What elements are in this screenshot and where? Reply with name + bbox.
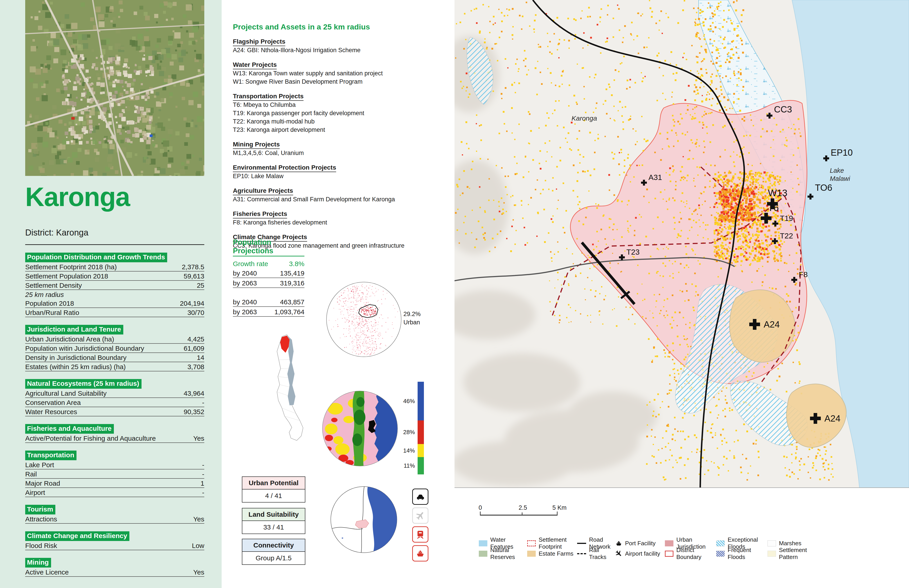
connectivity-box: Connectivity Group A/1.5: [242, 539, 305, 565]
legend-label: Estate Farms: [539, 550, 574, 557]
urban-potential-value: 4 / 41: [242, 489, 305, 502]
main-map: CC3EP10A31W13TO6T6T19T22T23F8A24A24 Karo…: [454, 0, 909, 488]
section-header: Population Distribution and Growth Trend…: [25, 253, 167, 262]
table-row: Estates (within 25 km radius) (ha)3,708: [25, 362, 204, 372]
map-scalebar: 0 2.5 5 Km: [480, 504, 558, 518]
svg-text:TO6: TO6: [815, 183, 832, 192]
row-label: Settlement Footprint 2018 (ha): [25, 263, 117, 271]
legend-label: Marshes: [779, 540, 801, 547]
divider: [25, 244, 204, 245]
project-group-header: Environmental Protection Projects: [233, 164, 336, 172]
legend-item: Airport facility: [615, 550, 665, 557]
legend-label: Port Facility: [625, 540, 656, 547]
legend-label: Airport facility: [625, 550, 660, 557]
satellite-image: [25, 0, 204, 176]
pattern-swatch: [767, 551, 776, 557]
project-item: T23: Karonga airport development: [233, 126, 449, 134]
growth-rate-row: Growth rate3.8%: [233, 259, 304, 268]
projection-row: by 2063319,316: [233, 278, 304, 288]
left-section: Jurisdiction and Land TenureUrban Jurisd…: [25, 325, 204, 372]
legend-item: Frequent Floods: [716, 547, 767, 561]
row-value: Yes: [193, 569, 204, 576]
svg-text:W13: W13: [768, 187, 787, 198]
row-value: Yes: [193, 515, 204, 523]
row-label: Population 2018: [25, 300, 74, 307]
row-value: 3,708: [188, 363, 204, 371]
map-label-malawi: Malawi: [830, 175, 851, 182]
table-row: Urban Jurisdictional Area (ha)4,425: [25, 334, 204, 344]
projects-title: Projects and Assets in a 25 km radius: [233, 23, 449, 31]
legend-item: Settlement Footprint: [527, 536, 577, 550]
legend-label: Frequent Floods: [728, 547, 767, 561]
projection-row: by 20631,093,764: [233, 307, 304, 317]
project-group: Transportation ProjectsT6: Mbeya to Chil…: [233, 93, 449, 134]
project-group: Mining ProjectsM1,3,4,5,6: Coal, Uranium: [233, 141, 449, 157]
urban-share-circle-chart: [326, 282, 402, 357]
estates-swatch: [527, 551, 536, 557]
water-swatch: [479, 540, 487, 546]
row-label: Airport: [25, 489, 45, 496]
table-row: Active/Potential for Fishing and Aquacul…: [25, 434, 204, 443]
svg-text:T19: T19: [780, 214, 793, 223]
district-label: District: Karonga: [25, 228, 204, 237]
train-toggle-button[interactable]: [412, 527, 429, 543]
project-item: EP10: Lake Malaw: [233, 172, 449, 180]
land-suitability-value: 33 / 41: [242, 521, 305, 533]
row-value: 90,352: [184, 408, 204, 416]
project-item: A24: GBI: Nthola-Illora-Ngosi Irrigation…: [233, 46, 449, 55]
svg-text:A31: A31: [649, 173, 662, 181]
project-item: A31: Commercial and Small Farm Developme…: [233, 195, 449, 204]
project-group: Environmental Protection ProjectsEP10: L…: [233, 164, 449, 180]
table-row: AttractionsYes: [25, 514, 204, 524]
left-section: MiningActive LicenceYes: [25, 558, 204, 577]
left-section: Population Distribution and Growth Trend…: [25, 253, 204, 317]
exfloods-swatch: [716, 540, 725, 546]
map-marker-A24: A24: [810, 413, 840, 424]
left-panel: Karonga District: Karonga Population Dis…: [0, 0, 222, 588]
table-row: Urban/Rural Ratio30/70: [25, 308, 204, 317]
malawi-locator-map: [256, 331, 319, 443]
table-row: Flood RiskLow: [25, 541, 204, 550]
landcover-circle-chart: [322, 390, 398, 467]
table-row: Active LicenceYes: [25, 567, 204, 577]
plane-icon: [416, 511, 425, 520]
svg-text:T22: T22: [780, 231, 793, 240]
row-label: Density in Jurisdictional Boundary: [25, 354, 126, 362]
karonga-district-profile: Karonga District: Karonga Population Dis…: [0, 0, 909, 588]
urban-swatch: [665, 540, 673, 546]
row-label: Major Road: [25, 480, 60, 487]
marshes-swatch: [767, 540, 776, 546]
table-row: Density in Jurisdictional Boundary14: [25, 353, 204, 362]
project-group-header: Agriculture Projects: [233, 187, 293, 195]
row-value: 61,609: [184, 345, 204, 352]
row-label: Attractions: [25, 515, 57, 523]
row-value: -: [202, 489, 204, 496]
svg-text:A24: A24: [824, 414, 840, 423]
land-suitability-box: Land Suitability 33 / 41: [242, 508, 305, 534]
legend-label: Natural Reserves: [490, 547, 527, 561]
connectivity-title: Connectivity: [242, 539, 305, 552]
row-label: Estates (within 25 km radius) (ha): [25, 363, 126, 371]
project-item: T6: Mbeya to Chilumba: [233, 101, 449, 109]
table-row: Settlement Density25: [25, 281, 204, 290]
row-value: 2,378.5: [182, 263, 204, 271]
section-header: Mining: [25, 558, 51, 567]
car-toggle-button[interactable]: [412, 489, 429, 505]
connectivity-circle-map: [330, 486, 398, 553]
row-label: Settlement Population 2018: [25, 272, 108, 280]
table-row: Lake Port-: [25, 460, 204, 470]
district-swatch: [665, 551, 673, 557]
project-item: T19: Karonga passenger port facity devel…: [233, 109, 449, 118]
row-value: 14: [197, 354, 204, 362]
car-icon: [416, 492, 425, 501]
population-projections: Population Projections Growth rate3.8% b…: [233, 238, 304, 317]
project-group: Fisheries ProjectsF8: Karonga fisheries …: [233, 210, 449, 227]
row-label: Rail: [25, 470, 37, 478]
plane-toggle-button[interactable]: [412, 507, 429, 524]
table-row: Agricultural Land Suitability43,964: [25, 389, 204, 398]
projection-row: by 2040135,419: [233, 268, 304, 278]
svg-text:T6: T6: [768, 202, 779, 213]
page-title: Karonga: [25, 184, 204, 210]
svg-text:EP10: EP10: [831, 147, 853, 157]
ship-toggle-button[interactable]: [412, 545, 429, 561]
